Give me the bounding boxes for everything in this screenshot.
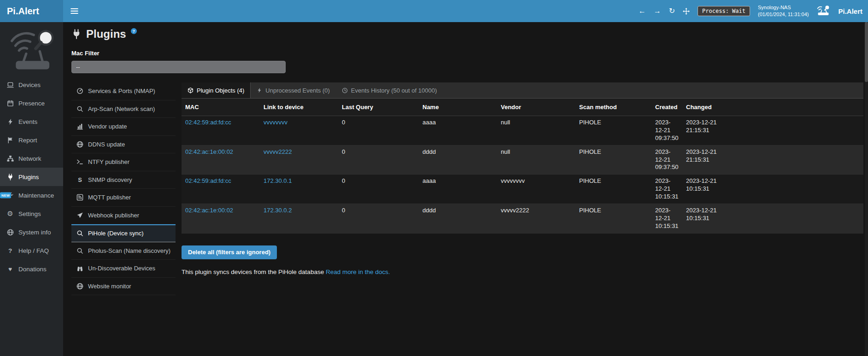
paper-plane-icon xyxy=(76,212,84,219)
sidebar-item-presence[interactable]: Presence xyxy=(0,94,63,112)
brand-logo[interactable]: Pi.Alert xyxy=(0,0,63,22)
terminal-icon xyxy=(76,158,84,165)
mac-filter-label: Mac Filter xyxy=(71,50,863,57)
cell-last-query: 0 xyxy=(338,204,419,233)
cell-vendor: vvvvvvvv xyxy=(497,175,575,204)
sidebar-item-events[interactable]: Events xyxy=(0,112,63,131)
tab-plugin-objects[interactable]: Plugin Objects (4) xyxy=(182,82,251,98)
host-time: (01/01/2024, 11:31:04) xyxy=(758,12,809,17)
tab-events-history[interactable]: Events History (50 out of 10000) xyxy=(336,82,443,98)
cell-name: aaaa xyxy=(419,116,497,146)
col-header-vendor[interactable]: Vendor xyxy=(497,99,575,116)
col-header-changed[interactable]: Changed xyxy=(682,99,863,116)
sidebar-item-help-faq[interactable]: ? Help / FAQ xyxy=(0,241,63,260)
plugin-nav-item-ddns-update[interactable]: DDNS update xyxy=(71,136,176,154)
plugin-nav-label: NTFY publisher xyxy=(88,158,129,165)
sitemap-icon xyxy=(6,155,14,162)
plugin-nav-item-pholus-scan[interactable]: Pholus-Scan (Name discovery) xyxy=(71,242,176,260)
bar-chart-icon xyxy=(76,123,84,130)
sidebar-item-plugins[interactable]: Plugins xyxy=(0,168,63,186)
sidebar-item-report[interactable]: Report xyxy=(0,131,63,149)
forward-icon[interactable]: → xyxy=(654,7,661,15)
sidebar-item-settings[interactable]: ⚙ Settings xyxy=(0,204,63,223)
plugin-nav: Services & Ports (NMAP) Arp-Scan (Networ… xyxy=(71,82,176,295)
plugin-nav-label: Website monitor xyxy=(88,283,131,290)
device-link[interactable]: 172.30.0.1 xyxy=(264,177,292,184)
sidebar-item-maintenance[interactable]: NEW Maintenance xyxy=(0,186,63,204)
col-header-last-query[interactable]: Last Query xyxy=(338,99,419,116)
search-icon xyxy=(76,105,84,112)
tab-unprocessed-events[interactable]: Unprocessed Events (0) xyxy=(251,82,335,98)
cell-vendor: vvvvv2222 xyxy=(497,204,575,233)
globe-icon xyxy=(76,283,84,290)
tab-label: Unprocessed Events (0) xyxy=(265,87,329,94)
sidebar-item-donations[interactable]: ♥ Donations xyxy=(0,260,63,278)
sidebar-item-label: System info xyxy=(18,229,51,236)
cell-link-to-device: 172.30.0.1 xyxy=(260,175,338,204)
mac-filter-input[interactable] xyxy=(71,61,286,73)
main-content: Plugins ? Mac Filter Services & Ports (N… xyxy=(63,22,868,356)
sidebar-item-devices[interactable]: Devices xyxy=(0,76,63,94)
cell-last-query: 0 xyxy=(338,116,419,146)
plugin-nav-item-arp-scan[interactable]: Arp-Scan (Network scan) xyxy=(71,100,176,118)
cell-mac: 02:42:ac:1e:00:02 xyxy=(182,204,260,233)
page-header: Plugins ? xyxy=(71,28,863,41)
move-icon[interactable] xyxy=(683,8,690,15)
plugin-nav-label: Webhook publisher xyxy=(88,212,139,219)
help-badge[interactable]: ? xyxy=(131,28,137,34)
col-header-created[interactable]: Created xyxy=(651,99,682,116)
sidebar-item-label: Report xyxy=(18,137,37,144)
plugin-nav-item-ntfy[interactable]: NTFY publisher xyxy=(71,153,176,171)
host-info: Synology-NAS (01/01/2024, 11:31:04) xyxy=(758,4,809,18)
mac-link[interactable]: 02:42:ac:1e:00:02 xyxy=(185,207,233,214)
back-icon[interactable]: ← xyxy=(639,7,646,15)
plugin-nav-label: Vendor update xyxy=(88,123,127,130)
col-header-mac[interactable]: MAC xyxy=(182,99,260,116)
calendar-icon xyxy=(6,100,14,107)
delete-all-button[interactable]: Delete all (filters are ignored) xyxy=(182,245,277,259)
plugin-nav-item-vendor-update[interactable]: Vendor update xyxy=(71,118,176,136)
cell-mac: 02:42:59:ad:fd:cc xyxy=(182,116,260,146)
cell-vendor: null xyxy=(497,145,575,175)
sidebar-nav: Devices Presence Events Report Network P… xyxy=(0,76,63,278)
table-row: 02:42:59:ad:fd:cc 172.30.0.1 0 aaaa vvvv… xyxy=(182,175,863,204)
plugin-nav-item-undiscoverable[interactable]: Un-Discoverable Devices xyxy=(71,260,176,278)
col-header-scan-method[interactable]: Scan method xyxy=(575,99,651,116)
device-link[interactable]: vvvvv2222 xyxy=(264,148,292,155)
gear-icon: ⚙ xyxy=(6,210,14,218)
plugin-nav-item-webhook[interactable]: Webhook publisher xyxy=(71,207,176,225)
device-link[interactable]: 172.30.0.2 xyxy=(264,207,292,214)
hamburger-menu-icon[interactable] xyxy=(63,0,85,22)
question-icon: ? xyxy=(6,247,14,254)
cell-changed: 2023-12-21 10:15:31 xyxy=(682,175,863,204)
new-badge: NEW xyxy=(0,193,11,198)
tab-label: Events History (50 out of 10000) xyxy=(351,87,437,94)
mac-link[interactable]: 02:42:59:ad:fd:cc xyxy=(185,119,231,126)
refresh-icon[interactable]: ↻ xyxy=(669,7,675,15)
docs-link[interactable]: Read more in the docs. xyxy=(326,268,390,275)
process-status-badge: Process: Wait xyxy=(698,6,750,16)
table-row: 02:42:ac:1e:00:02 vvvvv2222 0 dddd null … xyxy=(182,145,863,175)
cell-created: 2023-12-21 09:37:50 xyxy=(651,116,682,146)
plugin-nav-label: DDNS update xyxy=(88,141,125,148)
sidebar-item-label: Plugins xyxy=(18,174,39,181)
flag-icon xyxy=(6,137,14,144)
sidebar-item-network[interactable]: Network xyxy=(0,149,63,168)
vertical-scrollbar[interactable] xyxy=(865,22,868,356)
plugin-nav-item-nmap[interactable]: Services & Ports (NMAP) xyxy=(71,82,176,100)
sidebar-item-label: Settings xyxy=(18,210,41,217)
plugin-nav-item-pihole[interactable]: PiHole (Device sync) xyxy=(71,224,176,242)
mac-link[interactable]: 02:42:ac:1e:00:02 xyxy=(185,148,233,155)
scrollbar-thumb[interactable] xyxy=(865,22,868,82)
cell-name: aaaa xyxy=(419,175,497,204)
col-header-name[interactable]: Name xyxy=(419,99,497,116)
topbar: Pi.Alert ← → ↻ Process: Wait Synology-NA… xyxy=(0,0,868,22)
device-link[interactable]: vvvvvvvv xyxy=(264,119,287,126)
heart-icon: ♥ xyxy=(6,266,14,273)
plugin-nav-item-website-monitor[interactable]: Website monitor xyxy=(71,278,176,296)
col-header-link[interactable]: Link to device xyxy=(260,99,338,116)
plugin-nav-item-mqtt[interactable]: MQTT publisher xyxy=(71,189,176,207)
mac-link[interactable]: 02:42:59:ad:fd:cc xyxy=(185,177,231,184)
sidebar-item-system-info[interactable]: System info xyxy=(0,223,63,241)
plugin-nav-item-snmp[interactable]: S SNMP discovery xyxy=(71,171,176,189)
